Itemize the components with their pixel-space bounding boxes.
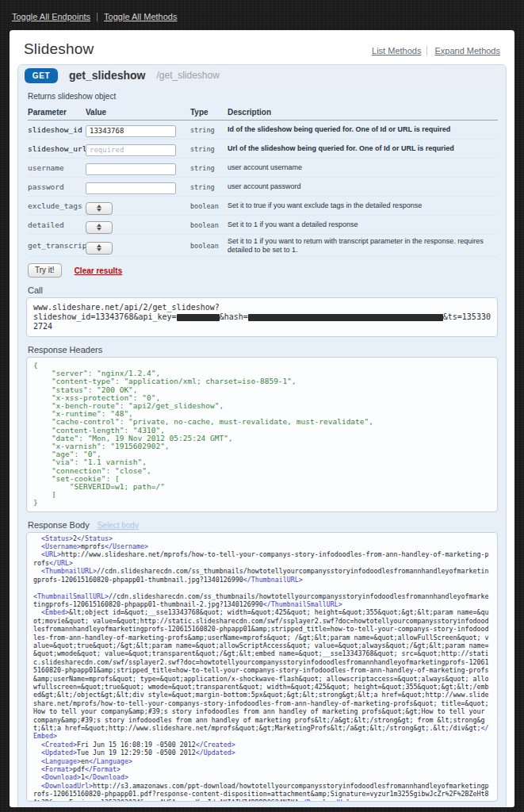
param-description: Set it to true if you want exclude tags … bbox=[228, 200, 498, 212]
expand-methods-link[interactable]: Expand Methods bbox=[426, 46, 500, 56]
param-description: Set it to 1 if you want to return with t… bbox=[228, 236, 498, 255]
list-methods-link[interactable]: List Methods bbox=[372, 46, 421, 56]
param-row-password: password string user account password bbox=[28, 178, 498, 197]
param-type: string bbox=[190, 164, 224, 172]
param-table-header: Parameter Value Type Description bbox=[28, 105, 498, 121]
param-description: user account password bbox=[228, 181, 498, 193]
toggle-all-endpoints-link[interactable]: Toggle All Endpoints bbox=[12, 12, 90, 21]
param-type: string bbox=[190, 183, 224, 191]
slideshow-id-input[interactable] bbox=[86, 125, 176, 137]
toolbar-divider bbox=[97, 13, 98, 21]
param-name: slideshow_id bbox=[28, 125, 82, 134]
select-body-link[interactable]: Select body bbox=[98, 521, 139, 530]
param-name: password bbox=[28, 182, 82, 191]
param-type: boolean bbox=[190, 242, 224, 250]
param-description: user account username bbox=[228, 162, 498, 174]
try-it-button[interactable]: Try it! bbox=[28, 263, 62, 278]
param-name: exclude_tags bbox=[28, 201, 82, 210]
content-panel: Slideshow List MethodsExpand Methods GET… bbox=[10, 30, 514, 807]
call-url-part2: &hash= bbox=[220, 312, 248, 321]
redacted-hash bbox=[248, 314, 443, 321]
call-url-box: www.slideshare.net/api/2/get_slideshow? … bbox=[26, 297, 498, 337]
response-headers-label: Response Headers bbox=[28, 345, 498, 354]
endpoint-get-slideshow: GET get_slideshow /get_slideshow Returns… bbox=[17, 64, 507, 807]
param-type: boolean bbox=[190, 202, 224, 210]
param-description: Url of the slideshow being queried for. … bbox=[228, 143, 498, 155]
detailed-select[interactable] bbox=[86, 221, 113, 234]
clear-results-link[interactable]: Clear results bbox=[75, 266, 123, 275]
param-row-slideshow-id: slideshow_id string Id of the slideshow … bbox=[28, 121, 498, 140]
response-body-label-text: Response Body bbox=[28, 520, 90, 530]
response-body-box[interactable]: <Status>2</Status> <Username>mprofs</Use… bbox=[26, 532, 498, 802]
chevron-up-icon bbox=[97, 244, 101, 247]
param-description: Set it to 1 if you want a detailed respo… bbox=[228, 219, 498, 231]
param-name: get_transcript bbox=[28, 241, 82, 250]
section-header: Slideshow List MethodsExpand Methods bbox=[10, 30, 514, 64]
col-type: Type bbox=[190, 108, 224, 117]
endpoint-name[interactable]: get_slideshow bbox=[69, 69, 145, 82]
slideshow-url-input[interactable] bbox=[86, 144, 176, 156]
password-input[interactable] bbox=[86, 182, 176, 194]
param-row-username: username string user account username bbox=[28, 159, 498, 178]
get-transcript-select[interactable] bbox=[86, 242, 113, 255]
param-row-detailed: detailed boolean Set it to 1 if you want… bbox=[28, 216, 498, 235]
redacted-api-key bbox=[177, 314, 220, 321]
col-parameter: Parameter bbox=[28, 108, 82, 117]
response-headers-box: { "server": "nginx/1.2.4", "content-type… bbox=[26, 357, 498, 512]
param-row-slideshow-url: slideshow_url string Url of the slidesho… bbox=[28, 140, 498, 159]
chevron-up-icon bbox=[97, 205, 101, 208]
param-name: slideshow_url bbox=[28, 144, 82, 153]
param-row-exclude-tags: exclude_tags boolean Set it to true if y… bbox=[28, 197, 498, 216]
param-type: string bbox=[190, 126, 224, 134]
param-type: string bbox=[190, 145, 224, 153]
chevron-up-icon bbox=[97, 224, 101, 227]
username-input[interactable] bbox=[86, 163, 176, 175]
top-toolbar: Toggle All EndpointsToggle All Methods bbox=[0, 0, 524, 30]
param-description: Id of the slideshow being queried for. O… bbox=[228, 124, 498, 136]
endpoint-header[interactable]: GET get_slideshow /get_slideshow bbox=[18, 65, 506, 86]
param-name: detailed bbox=[28, 220, 82, 229]
call-label: Call bbox=[28, 285, 498, 295]
toggle-all-methods-link[interactable]: Toggle All Methods bbox=[104, 12, 177, 21]
endpoint-path: /get_slideshow bbox=[156, 70, 219, 81]
exclude-tags-select[interactable] bbox=[86, 202, 113, 215]
param-row-get-transcript: get_transcript boolean Set it to 1 if yo… bbox=[28, 235, 498, 257]
col-description: Description bbox=[228, 108, 498, 117]
col-value: Value bbox=[86, 108, 187, 117]
response-body-code: <Status>2</Status> <Username>mprofs</Use… bbox=[33, 534, 491, 802]
page-title: Slideshow bbox=[24, 40, 94, 58]
chevron-down-icon bbox=[97, 248, 101, 251]
chevron-down-icon bbox=[97, 209, 101, 212]
endpoint-summary: Returns slideshow object bbox=[28, 92, 498, 101]
chevron-down-icon bbox=[97, 228, 101, 231]
response-body-label: Response BodySelect body bbox=[28, 520, 498, 530]
param-type: boolean bbox=[190, 221, 224, 229]
param-name: username bbox=[28, 163, 82, 172]
http-method-badge: GET bbox=[25, 68, 58, 83]
